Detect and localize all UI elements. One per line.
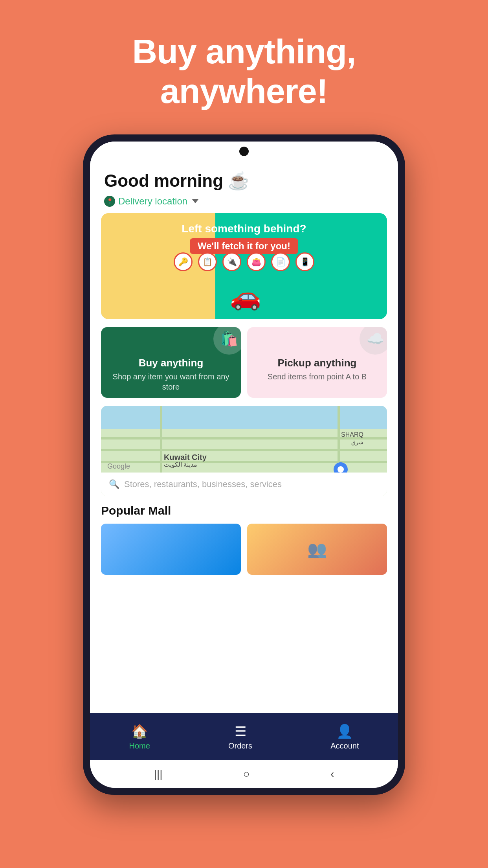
- map-label-sharq: SHARQ: [341, 431, 363, 438]
- location-pin-icon: 📍: [104, 196, 115, 207]
- banner-icon-doc: 📄: [271, 252, 290, 271]
- content-spacer: [90, 575, 398, 713]
- pickup-anything-subtitle: Send items from point A to B: [268, 371, 367, 382]
- map-road: [101, 449, 387, 451]
- home-label: Home: [129, 741, 150, 750]
- bottom-nav: 🏠 Home ☰ Orders 👤 Account: [90, 713, 398, 760]
- nav-item-orders[interactable]: ☰ Orders: [228, 723, 252, 750]
- banner-title: Left something behind?: [101, 223, 387, 235]
- service-cards: 🛍️ Buy anything Shop any item you want f…: [101, 327, 387, 398]
- buy-anything-card[interactable]: 🛍️ Buy anything Shop any item you want f…: [101, 327, 241, 398]
- greeting-text: Good morning ☕: [104, 171, 250, 191]
- banner-icon-plug: 🔌: [222, 252, 241, 271]
- android-recent-btn[interactable]: |||: [154, 768, 163, 780]
- banner-subtitle-box: We'll fetch it for you!: [190, 238, 298, 254]
- banner-icon-wallet: 👛: [247, 252, 266, 271]
- android-nav-bar: ||| ○ ‹: [90, 760, 398, 788]
- map-section: SHARQ شرق Kuwait City مدينة الكويت Googl…: [101, 406, 387, 496]
- banner-icons: 🔑 📋 🔌 👛 📄 📱: [174, 252, 314, 271]
- camera-notch: [239, 147, 249, 156]
- greeting-section: Good morning ☕ 📍 Delivery location: [90, 161, 398, 213]
- map-background: SHARQ شرق Kuwait City مدينة الكويت Googl…: [101, 406, 387, 496]
- pickup-anything-card[interactable]: ☁️ Pickup anything Send items from point…: [247, 327, 387, 398]
- banner-text: Left something behind? We'll fetch it fo…: [101, 223, 387, 254]
- status-bar: [90, 142, 398, 161]
- promo-banner[interactable]: Left something behind? We'll fetch it fo…: [101, 213, 387, 319]
- map-label-sharq-ar: شرق: [351, 439, 363, 445]
- phone-shell: Good morning ☕ 📍 Delivery location Left …: [83, 134, 405, 795]
- chevron-down-icon: [192, 199, 198, 203]
- banner-icon-key: 🔑: [174, 252, 193, 271]
- hero-title-line1: Buy anything,: [132, 32, 356, 71]
- buy-anything-title: Buy anything: [139, 357, 204, 369]
- pickup-anything-icon: ☁️: [360, 327, 387, 355]
- banner-subtitle: We'll fetch it for you!: [198, 241, 290, 251]
- buy-anything-subtitle: Shop any item you want from any store: [107, 371, 235, 392]
- android-home-btn[interactable]: ○: [243, 768, 250, 780]
- delivery-location[interactable]: 📍 Delivery location: [104, 196, 384, 207]
- google-logo: Google: [107, 462, 130, 471]
- popular-mall-image-2[interactable]: 👥: [247, 524, 387, 575]
- nav-item-home[interactable]: 🏠 Home: [129, 723, 150, 750]
- android-back-btn[interactable]: ‹: [330, 768, 334, 780]
- map-search-bar[interactable]: 🔍 Stores, restaurants, businesses, servi…: [101, 473, 387, 496]
- popular-mall-images: 👥: [101, 524, 387, 575]
- greeting-title: Good morning ☕: [104, 171, 384, 191]
- orders-label: Orders: [228, 741, 252, 750]
- popular-section: Popular Mall 👥: [90, 504, 398, 575]
- pickup-anything-title: Pickup anything: [278, 357, 357, 369]
- popular-mall-image-1[interactable]: [101, 524, 241, 575]
- hero-title-line2: anywhere!: [160, 72, 328, 110]
- banner-icon-clipboard: 📋: [198, 252, 217, 271]
- orders-icon: ☰: [235, 723, 246, 739]
- map-water: [101, 406, 387, 429]
- delivery-label: Delivery location: [118, 196, 187, 207]
- banner-car-illustration: 🚗: [230, 282, 261, 311]
- search-placeholder: Stores, restaurants, businesses, service…: [124, 479, 282, 489]
- phone-inner: Good morning ☕ 📍 Delivery location Left …: [90, 142, 398, 788]
- popular-section-title: Popular Mall: [101, 504, 387, 517]
- buy-anything-icon: 🛍️: [213, 327, 241, 355]
- home-icon: 🏠: [131, 723, 148, 739]
- nav-item-account[interactable]: 👤 Account: [330, 723, 359, 750]
- hero-text: Buy anything, anywhere!: [109, 31, 380, 111]
- banner-icon-phone: 📱: [295, 252, 314, 271]
- account-icon: 👤: [336, 723, 353, 739]
- map-label-city-ar: مدينة الكويت: [164, 461, 197, 468]
- search-icon: 🔍: [109, 479, 119, 489]
- account-label: Account: [330, 741, 359, 750]
- phone-content: Good morning ☕ 📍 Delivery location Left …: [90, 161, 398, 713]
